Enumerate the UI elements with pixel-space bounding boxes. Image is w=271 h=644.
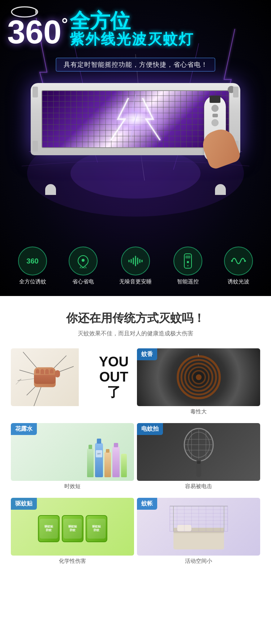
mosquito-net-label: 蚊帐 — [137, 498, 157, 510]
feature-circle-remote — [173, 247, 202, 275]
remote-control — [201, 90, 229, 162]
mosquito-net-desc: 活动空间小 — [137, 558, 260, 565]
hua-lu-shui-label: 花露水 — [11, 423, 37, 435]
hero-tagline-banner: 具有定时智能摇控功能，方便快捷，省心省电！ — [56, 58, 215, 71]
feature-wave: 诱蚊光波 — [224, 247, 253, 285]
electric-swatter-label: 电蚊拍 — [137, 423, 163, 435]
mosquito-coil-card: 蚊香 — [137, 348, 260, 406]
section-traditional: 你还在用传统方式灭蚊吗！ 灭蚊效果不佳，而且对人的健康造成极大伤害 — [0, 296, 271, 577]
coil-svg — [175, 354, 222, 401]
feature-label-wave: 诱蚊光波 — [228, 278, 249, 285]
swatter-svg — [181, 425, 217, 479]
repellent-patch-desc: 化学性伤害 — [11, 558, 134, 565]
svg-point-13 — [187, 261, 189, 263]
repellent-patch-label: 驱蚊贴 — [11, 498, 37, 510]
hua-lu-shui-wrapper: 花露水 OFF — [11, 423, 134, 495]
feature-label-omnidirectional: 全方位诱蚊 — [19, 278, 46, 285]
you-out-card: YOU OUT 了 — [11, 348, 134, 406]
hero-section: 360 ° 全方位 紫外线光波灭蚊灯 具有定时智能摇控功能，方便快捷，省心省电！ — [0, 0, 271, 296]
repellent-patch-card: 驱蚊贴 驱蚊贴防蚊 驱蚊贴防蚊 驱蚊贴防 — [11, 498, 134, 556]
svg-point-22 — [196, 374, 202, 380]
hua-lu-shui-card: 花露水 OFF — [11, 423, 134, 481]
feature-remote: 智能遥控 — [173, 247, 202, 285]
feature-circle-save — [69, 247, 98, 275]
mosquito-coil-wrapper: 蚊香 毒性大 — [137, 348, 260, 420]
electric-swatter-card: 电蚊拍 — [137, 423, 260, 481]
hero-title-block: 360 ° 全方位 紫外线光波灭蚊灯 — [7, 5, 194, 48]
you-out-line3: 了 — [99, 385, 129, 400]
rocket-icon — [76, 254, 90, 268]
hero-degree-symbol: ° — [61, 16, 68, 32]
hua-lu-shui-desc: 时效短 — [11, 483, 134, 490]
hero-title-right: 全方位 紫外线光波灭蚊灯 — [70, 5, 194, 47]
feature-silent: 无噪音更安睡 — [119, 247, 152, 285]
feature-omnidirectional: 360 全方位诱蚊 — [18, 247, 47, 285]
product-legs — [45, 184, 226, 195]
hero-tagline-text: 具有定时智能摇控功能，方便快捷，省心省电！ — [64, 61, 208, 68]
net-svg — [166, 499, 231, 555]
section-traditional-subtitle: 灭蚊效果不佳，而且对人的健康造成极大伤害 — [7, 330, 264, 338]
svg-rect-32 — [197, 461, 201, 464]
features-row: 360 全方位诱蚊 省心省电 — [0, 247, 271, 285]
svg-rect-33 — [173, 531, 224, 549]
section-traditional-title: 你还在用传统方式灭蚊吗！ — [7, 310, 264, 326]
product-image-area — [18, 72, 253, 195]
you-out-text: YOU OUT 了 — [99, 354, 129, 400]
mosquito-coil-label: 蚊香 — [137, 348, 157, 360]
feature-circle-wave — [224, 247, 253, 275]
feature-circle-silent — [121, 247, 150, 275]
methods-grid: YOU OUT 了 蚊香 — [7, 348, 264, 570]
hero-360-row: 360 ° 全方位 紫外线光波灭蚊灯 — [7, 5, 194, 48]
feature-label-save: 省心省电 — [72, 278, 94, 285]
hero-title-line2: 紫外线光波灭蚊灯 — [70, 31, 194, 47]
svg-rect-12 — [185, 256, 190, 258]
mosquito-coil-desc: 毒性大 — [137, 408, 260, 415]
svg-point-14 — [187, 265, 189, 266]
hero-360-number: 360 — [7, 16, 61, 48]
svg-point-16 — [244, 260, 246, 262]
electric-swatter-desc: 容易被电击 — [137, 483, 260, 490]
feature-save-energy: 省心省电 — [69, 247, 98, 285]
hero-title-line1: 全方位 — [70, 11, 194, 31]
you-out-line2: OUT — [99, 370, 129, 385]
feature-circle-360: 360 — [18, 247, 47, 275]
mosquito-net-wrapper: 蚊帐 — [137, 498, 260, 570]
feature-label-remote: 智能遥控 — [177, 278, 199, 285]
mosquito-net-card: 蚊帐 — [137, 498, 260, 556]
you-out-wrapper: YOU OUT 了 — [11, 348, 134, 420]
electric-swatter-wrapper: 电蚊拍 容易被电击 — [137, 423, 260, 495]
sound-wave-icon — [128, 256, 143, 266]
you-out-line1: YOU — [99, 354, 129, 370]
repellent-patch-wrapper: 驱蚊贴 驱蚊贴防蚊 驱蚊贴防蚊 驱蚊贴防 — [11, 498, 134, 570]
wave-icon — [231, 256, 246, 266]
remote-icon — [181, 253, 194, 269]
feature-label-silent: 无噪音更安睡 — [119, 278, 152, 285]
svg-point-15 — [231, 260, 233, 262]
svg-point-3 — [82, 259, 85, 262]
